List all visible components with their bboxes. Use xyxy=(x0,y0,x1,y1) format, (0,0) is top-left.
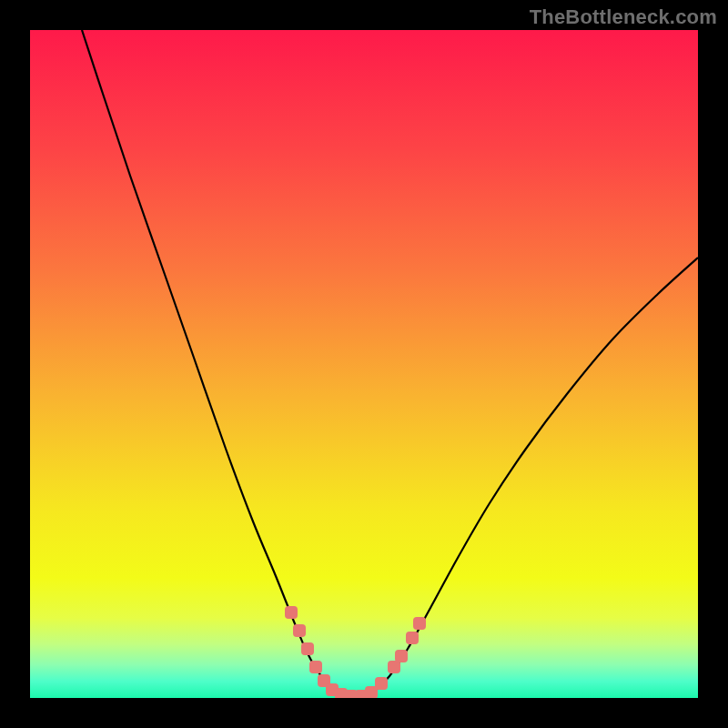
curve-marker xyxy=(388,661,400,673)
curve-marker xyxy=(285,606,298,619)
curve-marker xyxy=(406,632,419,644)
curve-marker xyxy=(375,677,388,690)
chart-frame: TheBottleneck.com xyxy=(0,0,728,728)
watermark-text: TheBottleneck.com xyxy=(530,5,717,29)
curve-marker xyxy=(309,661,322,673)
curve-marker xyxy=(395,650,408,662)
curve-markers xyxy=(285,606,426,698)
curve-layer xyxy=(30,30,698,698)
bottleneck-curve xyxy=(82,30,698,697)
plot-area xyxy=(30,30,698,698)
curve-marker xyxy=(293,624,306,637)
curve-marker xyxy=(413,617,426,630)
curve-marker xyxy=(301,642,314,655)
